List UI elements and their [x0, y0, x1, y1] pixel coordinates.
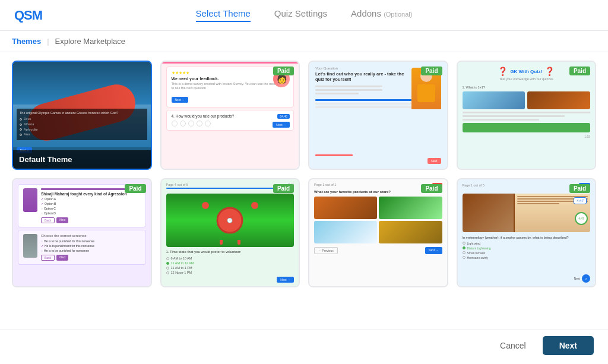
theme-card-gk[interactable]: Paid ❓ GK With Quiz! ❓ Test your knowled… — [457, 61, 597, 170]
theme-card-clock[interactable]: Paid Page 4 out of 5 Edit 🕐 1. Time stat… — [160, 178, 300, 287]
sub-nav-divider: | — [47, 37, 49, 46]
theme-card-food[interactable]: Paid Page 1 out of 1 Edit What are your … — [308, 178, 448, 287]
default-theme-label: Default Theme — [13, 150, 151, 169]
next-button[interactable]: Next — [543, 336, 594, 355]
paid-badge: Paid — [273, 67, 294, 75]
header: QSM Select Theme Quiz Settings Addons (O… — [0, 0, 608, 31]
themes-grid: The original Olympic Games in ancient Gr… — [12, 61, 596, 287]
paid-badge-4: Paid — [569, 67, 590, 75]
app-logo: QSM — [14, 8, 42, 23]
optional-label: (Optional) — [384, 11, 412, 18]
sub-nav-explore[interactable]: Explore Marketplace — [55, 37, 126, 46]
paid-badge-6: Paid — [273, 184, 294, 193]
theme-card-default[interactable]: The original Olympic Games in ancient Gr… — [12, 61, 152, 170]
paid-badge-3: Paid — [421, 67, 442, 75]
sub-nav-themes[interactable]: Themes — [12, 37, 41, 46]
theme-card-book[interactable]: Paid Page 1 out of 5 Save 4: — [457, 178, 597, 287]
paid-badge-8: Paid — [569, 184, 590, 193]
paid-badge-5: Paid — [125, 184, 145, 193]
tab-quiz-settings[interactable]: Quiz Settings — [274, 8, 327, 22]
cancel-button[interactable]: Cancel — [490, 336, 536, 355]
sub-nav: Themes | Explore Marketplace — [0, 31, 608, 52]
themes-main: The original Olympic Games in ancient Gr… — [0, 52, 608, 330]
tab-addons[interactable]: Addons (Optional) — [351, 8, 412, 22]
theme-card-feedback[interactable]: Paid 05:01 ★★★★★ We need your feedback. … — [160, 61, 300, 170]
footer: Cancel Next — [0, 330, 608, 360]
nav-tabs: Select Theme Quiz Settings Addons (Optio… — [196, 8, 413, 22]
paid-badge-7: Paid — [421, 184, 442, 193]
theme-card-personality[interactable]: Paid Your Question Let's find out who yo… — [308, 61, 448, 170]
theme-card-purple[interactable]: Paid Shivaji Maharaj fought every kind o… — [12, 178, 152, 287]
tab-select-theme[interactable]: Select Theme — [196, 8, 251, 22]
